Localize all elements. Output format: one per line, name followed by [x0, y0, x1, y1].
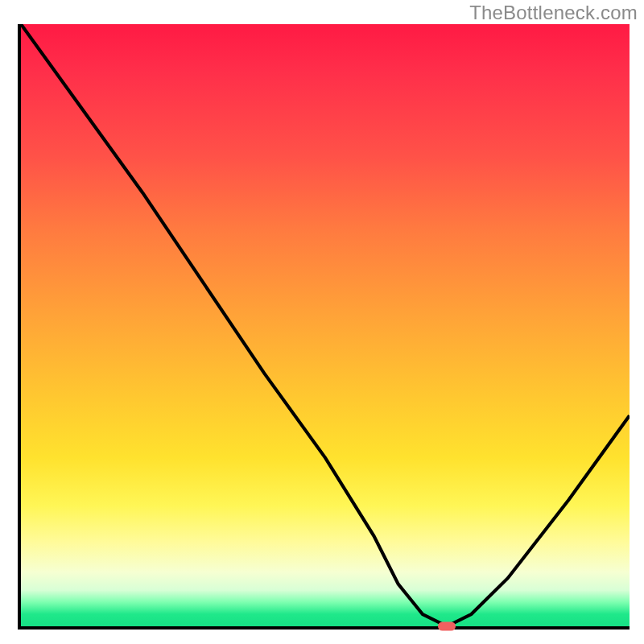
- optimal-marker: [438, 622, 456, 631]
- watermark-text: TheBottleneck.com: [469, 2, 638, 24]
- chart-root: TheBottleneck.com: [0, 0, 644, 644]
- plot-area: [18, 24, 630, 630]
- bottleneck-curve: [21, 24, 630, 626]
